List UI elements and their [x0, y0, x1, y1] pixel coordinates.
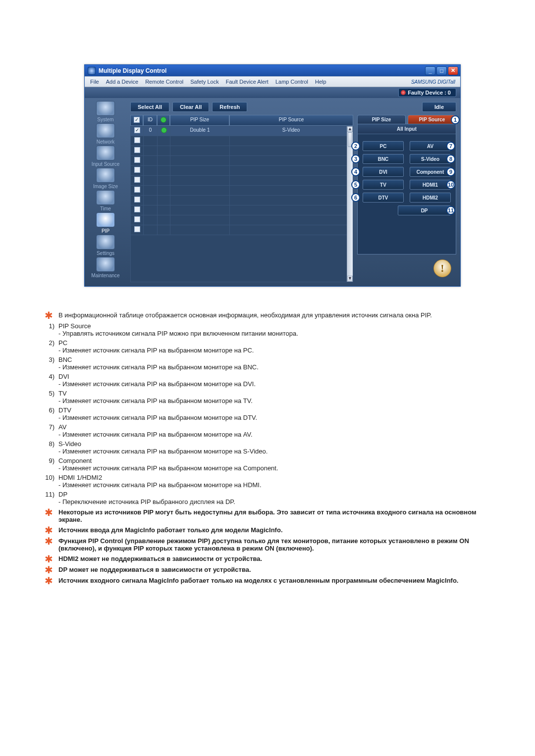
col-pip-source[interactable]: PIP Source — [229, 115, 353, 126]
select-all-button[interactable]: Select All — [130, 102, 169, 112]
callout-10: 10 — [446, 180, 455, 189]
sidebar-item-time[interactable]: Time — [88, 190, 123, 211]
table-row[interactable]: 0 Double 1 S-Video — [131, 126, 353, 136]
sidebar-item-input-source[interactable]: Input Source — [88, 146, 123, 167]
row-checkbox[interactable] — [134, 177, 140, 183]
menu-remote-control[interactable]: Remote Control — [142, 79, 187, 85]
table-row[interactable] — [131, 166, 353, 176]
item-title: BNC — [58, 356, 72, 363]
status-indicator: Idle — [422, 102, 456, 112]
numbered-item: 11)DP- Переключение источника PIP выбран… — [45, 491, 490, 505]
sidebar-item-image-size[interactable]: Image Size — [88, 168, 123, 189]
av-button[interactable]: AV7 — [410, 141, 451, 151]
col-id[interactable]: ID — [143, 115, 157, 126]
menu-file[interactable]: File — [87, 79, 103, 85]
footnote: Источник входного сигнала MagicInfo рабо… — [58, 577, 490, 584]
status-dot-icon — [161, 127, 167, 133]
bnc-button[interactable]: 3BNC — [363, 154, 404, 164]
numbered-item: 6)DTV- Изменяет источник сигнала PIP на … — [45, 406, 490, 421]
menu-lamp-control[interactable]: Lamp Control — [272, 79, 312, 85]
all-input-header: All Input — [358, 124, 456, 134]
clear-all-button[interactable]: Clear All — [172, 102, 209, 112]
numbered-item: 3)BNC- Изменяет источник сигнала PIP на … — [45, 356, 490, 371]
component-button[interactable]: Component9 — [410, 167, 451, 177]
close-button[interactable]: ✕ — [448, 66, 458, 75]
description-section: ✱ В информационной таблице отображается … — [45, 311, 490, 585]
col-status[interactable] — [157, 115, 170, 126]
row-checkbox[interactable] — [134, 226, 140, 232]
item-number: 6) — [45, 406, 58, 421]
item-desc: - Изменяет источник сигнала PIP на выбра… — [58, 380, 256, 388]
item-desc: - Изменяет источник сигнала PIP на выбра… — [58, 448, 268, 455]
table-row[interactable] — [131, 156, 353, 166]
sidebar-item-maintenance[interactable]: Maintenance — [88, 257, 123, 278]
table-row[interactable] — [131, 186, 353, 196]
menu-help[interactable]: Help — [312, 79, 330, 85]
tv-button[interactable]: 5TV — [363, 180, 404, 190]
item-title: PIP Source — [58, 322, 91, 330]
item-desc: - Изменяет источник сигнала PIP на выбра… — [58, 347, 254, 354]
image-size-icon — [96, 168, 115, 183]
item-number: 7) — [45, 423, 58, 438]
table-row[interactable] — [131, 215, 353, 225]
col-pip-size[interactable]: PIP Size — [170, 115, 229, 126]
dvi-button[interactable]: 4DVI — [363, 167, 404, 177]
item-desc: - Изменяет источник сигнала PIP на выбра… — [58, 414, 257, 421]
sidebar-item-system[interactable]: System — [88, 101, 123, 122]
vertical-scrollbar[interactable]: ▲ ▼ — [347, 126, 353, 282]
table-row[interactable] — [131, 146, 353, 156]
row-checkbox[interactable] — [134, 206, 140, 212]
item-title: DP — [58, 491, 67, 498]
scroll-down-icon[interactable]: ▼ — [347, 276, 353, 282]
svideo-button[interactable]: S-Video8 — [410, 154, 451, 164]
callout-3: 3 — [351, 154, 360, 163]
tab-pip-size[interactable]: PIP Size — [357, 115, 406, 124]
col-check[interactable] — [130, 115, 143, 126]
item-desc: - Изменяет источник сигнала PIP на выбра… — [58, 431, 253, 438]
numbered-item: 1)PIP Source- Управлять источником сигна… — [45, 322, 490, 337]
row-checkbox[interactable] — [134, 216, 140, 222]
scroll-up-icon[interactable]: ▲ — [347, 126, 353, 132]
hdmi1-button[interactable]: HDMI110 — [410, 180, 451, 190]
table-row[interactable] — [131, 196, 353, 205]
settings-icon — [96, 235, 115, 250]
dtv-button[interactable]: 6DTV — [363, 193, 404, 202]
menu-add-device[interactable]: Add a Device — [103, 79, 142, 85]
maximize-button[interactable]: □ — [436, 66, 447, 75]
star-icon: ✱ — [45, 566, 58, 574]
row-checkbox[interactable] — [134, 147, 140, 153]
device-grid: ID PIP Size PIP Source 0 Double 1 — [130, 115, 353, 282]
time-icon — [96, 190, 115, 205]
row-checkbox[interactable] — [134, 197, 140, 202]
item-number: 10) — [45, 474, 58, 489]
info-icon: ! — [433, 259, 451, 277]
brand-label: SAMSUNG DIGITall — [411, 79, 458, 85]
table-row[interactable] — [131, 205, 353, 215]
tab-pip-source[interactable]: PIP Source 1 — [408, 115, 456, 124]
table-row[interactable] — [131, 225, 353, 235]
item-number: 5) — [45, 390, 58, 404]
row-checkbox[interactable] — [134, 137, 140, 143]
item-title: HDMI 1/HDMI2 — [58, 474, 102, 481]
hdmi2-button[interactable]: HDMI2 — [410, 193, 451, 202]
menu-fault-device-alert[interactable]: Fault Device Alert — [222, 79, 272, 85]
row-checkbox[interactable] — [134, 167, 140, 173]
sidebar-item-network[interactable]: Network — [88, 123, 123, 145]
minimize-button[interactable]: _ — [425, 66, 435, 75]
row-checkbox[interactable] — [134, 157, 140, 163]
sidebar-item-settings[interactable]: Settings — [88, 235, 123, 256]
table-row[interactable] — [131, 136, 353, 146]
item-number: 11) — [45, 491, 58, 505]
table-row[interactable] — [131, 176, 353, 186]
menu-safety-lock[interactable]: Safety Lock — [187, 79, 222, 85]
sidebar-item-pip[interactable]: PIP — [88, 212, 123, 234]
pc-button[interactable]: 2PC — [363, 141, 404, 151]
refresh-button[interactable]: Refresh — [212, 102, 247, 112]
dp-button[interactable]: DP11 — [398, 205, 451, 215]
item-title: DTV — [58, 406, 71, 414]
item-number: 1) — [45, 322, 58, 337]
row-checkbox[interactable] — [134, 187, 140, 193]
item-desc: - Управлять источником сигнала PIP можно… — [58, 330, 298, 337]
row-checkbox[interactable] — [134, 127, 140, 133]
numbered-item: 2)PC- Изменяет источник сигнала PIP на в… — [45, 339, 490, 354]
